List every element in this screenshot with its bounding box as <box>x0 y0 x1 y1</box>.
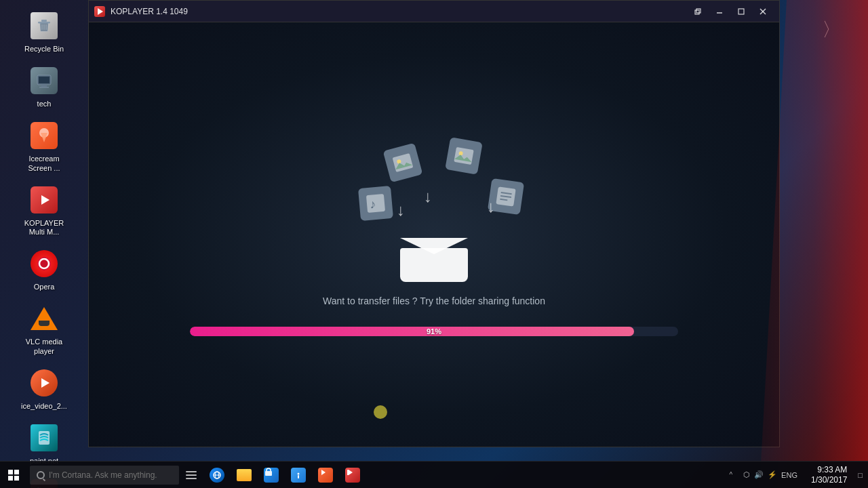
file-photo-1-icon <box>383 143 423 183</box>
arrow-down-2: ↓ <box>424 187 432 206</box>
svg-marker-10 <box>41 133 47 142</box>
recycle-bin-label: Recycle Bin <box>24 45 64 54</box>
progress-bar-fill <box>190 327 634 336</box>
notification-icon[interactable]: □ <box>858 471 863 479</box>
windows-logo-icon <box>8 470 19 481</box>
tech-label: tech <box>37 100 52 108</box>
transfer-illustration: ♪ ↓ ↓ ↓ <box>332 133 536 282</box>
minimize-button[interactable] <box>709 1 730 22</box>
taskbar-explorer[interactable] <box>231 462 258 489</box>
taskbar-system-info[interactable] <box>285 462 312 489</box>
svg-rect-26 <box>393 153 414 172</box>
start-button[interactable] <box>0 462 27 489</box>
svg-rect-7 <box>41 85 47 87</box>
lang-icon: ENG <box>781 471 797 479</box>
arrow-down-3: ↓ <box>487 197 495 216</box>
window-title: KOPLAYER 1.4 1049 <box>111 7 687 16</box>
folder-icon <box>237 469 252 481</box>
task-view-button[interactable] <box>179 462 203 489</box>
chevron-corner-decoration: 〉 <box>822 20 841 39</box>
clock-date: 1/30/2017 <box>811 475 847 485</box>
volume-icon: 🔊 <box>754 470 764 479</box>
icevideo-icon[interactable]: ice_video_2... <box>14 363 75 415</box>
svg-marker-44 <box>321 470 326 475</box>
koplayer-multi-icon[interactable]: KOPLAYER Multi M... <box>14 180 75 241</box>
task-view-icon <box>186 471 197 479</box>
svg-rect-43 <box>298 475 299 479</box>
taskbar: ^ ⬡ 🔊 ⚡ ENG 9:33 AM 1/30/2017 □ <box>0 461 868 488</box>
svg-marker-15 <box>41 378 50 388</box>
svg-rect-6 <box>39 77 50 83</box>
taskbar-red-app[interactable] <box>339 462 366 489</box>
svg-point-42 <box>298 472 300 474</box>
arrow-down-1: ↓ <box>397 201 405 220</box>
cortana-search[interactable] <box>30 466 179 485</box>
system-tray: ^ ⬡ 🔊 ⚡ ENG 9:33 AM 1/30/2017 □ <box>726 465 868 485</box>
progress-bar-container: 91% <box>190 327 678 336</box>
svg-rect-29 <box>454 147 473 165</box>
svg-marker-45 <box>349 470 353 475</box>
ie-icon <box>210 468 224 483</box>
taskbar-orange-app[interactable] <box>312 462 339 489</box>
close-button[interactable] <box>752 1 774 22</box>
koplayer-multi-label: KOPLAYER Multi M... <box>19 219 69 237</box>
window-controls <box>687 1 774 22</box>
svg-rect-0 <box>38 22 50 24</box>
maximize-button[interactable] <box>730 1 752 22</box>
taskbar-apps <box>203 462 726 489</box>
store-icon <box>264 468 279 483</box>
icecream-icon[interactable]: Icecream Screen ... <box>14 115 75 176</box>
orange-app-icon <box>318 468 333 483</box>
svg-rect-41 <box>265 471 272 476</box>
file-photo-2-icon <box>445 137 483 175</box>
vlc-label: VLC media player <box>19 338 69 355</box>
desktop-icons: Recycle Bin tech <box>0 0 88 461</box>
tech-icon[interactable]: tech <box>14 60 75 113</box>
inbox-tray <box>400 238 468 282</box>
sysinfo-icon <box>291 468 306 483</box>
svg-rect-1 <box>41 20 47 22</box>
svg-rect-21 <box>696 9 701 13</box>
desktop: Recycle Bin tech <box>0 0 868 488</box>
svg-text:♪: ♪ <box>369 197 376 211</box>
opera-label: Opera <box>34 283 55 291</box>
svg-rect-46 <box>347 470 349 475</box>
taskbar-ie[interactable] <box>203 462 231 489</box>
svg-rect-20 <box>695 10 699 14</box>
icevideo-label: ice_video_2... <box>21 402 67 411</box>
network-icon: ⬡ <box>743 470 750 479</box>
search-icon <box>37 471 45 479</box>
svg-rect-8 <box>39 87 49 88</box>
sys-icons: ⬡ 🔊 ⚡ ENG <box>738 470 803 479</box>
red-app-icon <box>345 468 360 483</box>
window-body: ♪ ↓ ↓ ↓ <box>89 22 779 447</box>
file-music-icon: ♪ <box>358 186 393 221</box>
opera-icon[interactable]: Opera <box>14 243 75 296</box>
recycle-bin-icon[interactable]: Recycle Bin <box>14 5 75 58</box>
koplayer-window: KOPLAYER 1.4 1049 <box>88 0 780 447</box>
icecream-label: Icecream Screen ... <box>19 155 69 172</box>
clock-time: 9:33 AM <box>817 465 847 474</box>
svg-marker-19 <box>98 8 103 15</box>
transfer-text: Want to transfer files ? Try the folder … <box>323 296 545 306</box>
progress-label: 91% <box>427 327 441 336</box>
vlc-icon[interactable]: VLC media player <box>14 298 75 359</box>
svg-rect-23 <box>738 9 744 14</box>
battery-icon: ⚡ <box>768 470 777 479</box>
svg-marker-11 <box>41 195 50 205</box>
koplayer-logo <box>94 6 105 17</box>
taskbar-store[interactable] <box>258 462 285 489</box>
restore-button[interactable] <box>687 1 709 22</box>
window-titlebar: KOPLAYER 1.4 1049 <box>89 1 779 22</box>
search-input[interactable] <box>49 470 172 480</box>
system-clock[interactable]: 9:33 AM 1/30/2017 <box>806 465 852 485</box>
tray-chevron[interactable]: ^ <box>726 470 735 480</box>
